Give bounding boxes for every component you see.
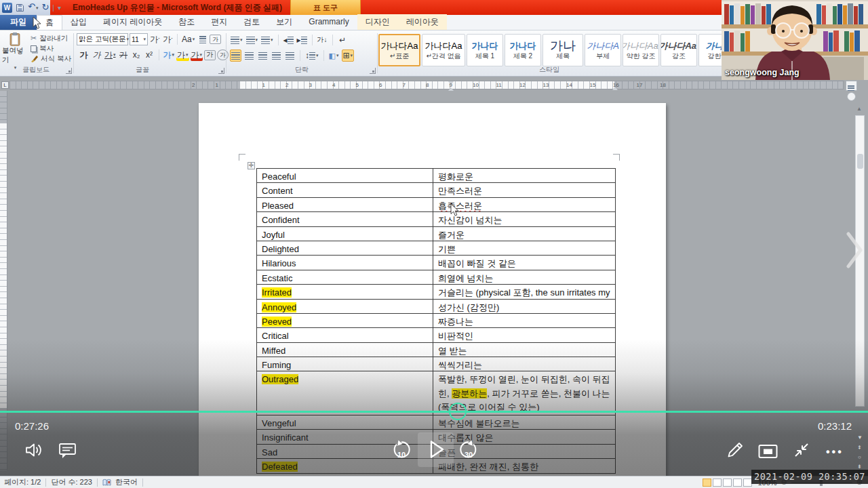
style-item[interactable]: 가나제목 <box>542 34 583 66</box>
clipboard-dialog-launcher[interactable] <box>66 68 72 74</box>
horizontal-ruler[interactable]: 21123456789101112131415161718 <box>9 81 844 89</box>
language-indicator[interactable]: 한국어 <box>115 477 138 487</box>
table-row[interactable]: Peeved짜증나는 <box>257 314 615 328</box>
ruler-toggle-button[interactable] <box>846 81 857 91</box>
table-row[interactable]: Hilarious배꼽이 빠질 것 같은 <box>257 256 615 270</box>
table-cell-korean[interactable]: 자신감이 넘치는 <box>433 212 615 226</box>
bold-button[interactable]: 가 <box>78 49 90 61</box>
table-cell-korean[interactable]: 성가신 (감정만) <box>433 300 615 313</box>
ribbon-tab[interactable]: 편지 <box>203 15 235 30</box>
outline-view-button[interactable] <box>733 479 742 487</box>
align-right-button[interactable] <box>257 49 269 62</box>
scroll-down-arrow[interactable]: ▼ <box>857 434 863 441</box>
style-item[interactable]: 가나다A부제 <box>585 34 621 66</box>
table-cell-korean[interactable]: 거슬리는 (physical 포함, the sun irritates my … <box>433 285 615 298</box>
style-item[interactable]: 가나다제목 2 <box>505 34 541 66</box>
table-cell-english[interactable]: Ecstatic <box>257 270 433 284</box>
redo-icon[interactable]: ↻ <box>41 2 49 13</box>
table-cell-korean[interactable]: 즐거운 <box>433 227 615 241</box>
line-spacing-button[interactable]: ↕▾ <box>304 49 319 62</box>
character-border-button[interactable]: 가 <box>210 35 221 44</box>
table-cell-english[interactable]: Outraged <box>257 371 433 414</box>
borders-button[interactable]: ⊞▾ <box>342 49 355 62</box>
phonetic-guide-button[interactable] <box>197 33 208 45</box>
table-cell-korean[interactable]: 배꼽이 빠질 것 같은 <box>433 256 615 269</box>
font-dialog-launcher[interactable] <box>218 68 224 74</box>
distribute-button[interactable] <box>284 49 296 62</box>
table-row[interactable]: Vengeful복수심에 불타오르는 <box>257 415 615 430</box>
table-cell-korean[interactable]: 열 받는 <box>433 343 615 357</box>
previous-page-button[interactable]: ⇞ <box>857 445 862 451</box>
reading-mode-button[interactable] <box>847 92 856 101</box>
show-paragraph-marks-button[interactable]: ↵ <box>337 34 349 46</box>
italic-button[interactable]: 가 <box>91 49 102 61</box>
justify-button[interactable] <box>271 49 282 62</box>
scrollbar-thumb[interactable] <box>857 154 863 169</box>
table-row[interactable]: Content만족스러운 <box>257 183 615 197</box>
bullet-list-button[interactable]: ▾ <box>230 34 243 46</box>
table-cell-korean[interactable]: 만족스러운 <box>433 183 615 197</box>
annotate-button[interactable] <box>726 441 745 461</box>
table-cell-english[interactable]: Irritated <box>257 285 433 298</box>
rewind-10-button[interactable]: 10 <box>391 440 412 462</box>
font-size-combobox[interactable]: 11▾ <box>130 33 148 45</box>
character-shading-button[interactable]: 가 <box>204 50 216 60</box>
ribbon-tab[interactable]: Grammarly <box>300 15 357 30</box>
save-icon[interactable] <box>16 3 24 12</box>
player-progress-bar[interactable] <box>0 411 868 413</box>
table-row[interactable]: Delighted기쁜 <box>257 241 615 256</box>
table-cell-korean[interactable]: 기쁜 <box>433 241 615 255</box>
table-row[interactable]: Outraged폭발한, 뚜껑이 열린, 눈이 뒤집힌, 속이 뒤집힌, 광분하… <box>257 371 615 415</box>
webcam-overlay[interactable]: seongwoong Jang <box>722 0 868 80</box>
table-row[interactable]: Pleased흡족스러운 <box>257 198 615 212</box>
fullscreen-reading-view-button[interactable] <box>713 479 722 487</box>
style-item[interactable]: 가나다제목 1 <box>467 34 503 66</box>
align-left-button[interactable] <box>230 49 241 62</box>
qat-customize-icon[interactable]: ▾ <box>58 4 61 12</box>
comments-button[interactable] <box>58 442 77 460</box>
format-painter-button[interactable]: 서식 복사 <box>31 54 71 64</box>
superscript-button[interactable]: x² <box>144 49 155 61</box>
table-cell-english[interactable]: Vengeful <box>257 415 433 429</box>
table-cell-english[interactable]: Fuming <box>257 357 433 371</box>
table-cell-english[interactable]: Joyful <box>257 227 433 241</box>
chevron-right-icon[interactable] <box>844 230 865 270</box>
table-row[interactable]: Miffed열 받는 <box>257 343 615 357</box>
table-row[interactable]: Fuming씩씩거리는 <box>257 357 615 371</box>
table-cell-korean[interactable]: 평화로운 <box>433 169 615 182</box>
table-cell-english[interactable]: Peeved <box>257 314 433 327</box>
ribbon-tab[interactable]: 보기 <box>268 15 300 30</box>
strikethrough-button[interactable]: 가 <box>118 49 130 61</box>
change-case-button[interactable]: Aa▾ <box>181 33 195 45</box>
text-effects-button[interactable]: 가▾ <box>163 49 176 61</box>
table-row[interactable]: Ecstatic희열에 넘치는 <box>257 270 615 285</box>
contextual-ribbon-tab[interactable]: 디자인 <box>357 15 398 30</box>
table-row[interactable]: Critical비판적인 <box>257 328 615 342</box>
ribbon-tab[interactable]: 삽입 <box>62 15 95 30</box>
font-color-button[interactable]: 가▾ <box>191 49 203 61</box>
word-app-icon[interactable]: W <box>2 3 12 13</box>
enclose-characters-button[interactable]: 가 <box>217 49 229 60</box>
underline-button[interactable]: 가▾ <box>104 49 117 61</box>
highlight-color-button[interactable]: 가▾ <box>176 49 189 61</box>
page-indicator[interactable]: 페이지: 1/2 <box>4 477 41 487</box>
picture-in-picture-button[interactable] <box>758 444 778 460</box>
grow-font-button[interactable]: 가ˆ <box>149 33 161 45</box>
table-cell-english[interactable]: Annoyed <box>257 300 433 313</box>
tab-stop-selector[interactable]: L <box>1 81 9 89</box>
font-name-combobox[interactable]: 맑은 고딕(본문▾ <box>77 33 128 45</box>
print-layout-view-button[interactable] <box>703 479 711 487</box>
web-layout-view-button[interactable] <box>723 479 732 487</box>
copy-button[interactable]: 복사 <box>31 43 71 54</box>
undo-icon[interactable]: ↶▾ <box>28 1 38 14</box>
style-item[interactable]: 가나다Aa↵간격 없음 <box>422 34 465 66</box>
volume-button[interactable] <box>24 441 43 459</box>
contextual-ribbon-tab[interactable]: 레이아웃 <box>398 15 447 30</box>
table-cell-english[interactable]: Pleased <box>257 198 433 211</box>
document-page[interactable]: ✛ Peaceful평화로운Content만족스러운Pleased흡족스러운Co… <box>199 103 666 477</box>
next-page-button[interactable]: ⇟ <box>857 464 862 470</box>
shrink-font-button[interactable]: 가ˇ <box>162 33 174 45</box>
word-count[interactable]: 단어 수: 223 <box>51 477 92 487</box>
play-button[interactable] <box>418 432 454 467</box>
select-browse-object-button[interactable]: ○ <box>858 454 861 460</box>
